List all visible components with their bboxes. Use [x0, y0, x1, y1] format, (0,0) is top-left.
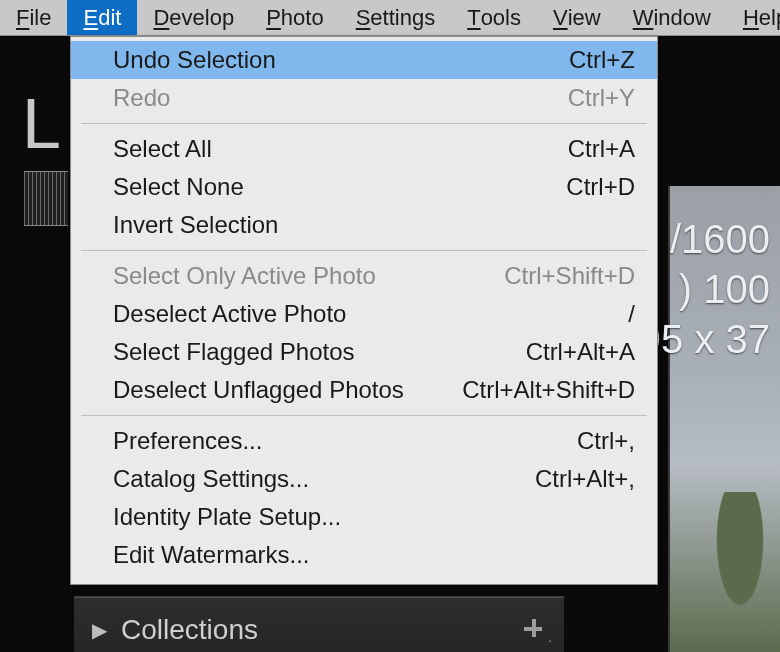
menu-item-shortcut: Ctrl+Shift+D: [504, 262, 635, 290]
menu-item-label: Undo Selection: [113, 46, 569, 74]
menu-item-catalog-settings[interactable]: Catalog Settings...Ctrl+Alt+,: [71, 460, 657, 498]
menu-help[interactable]: Help: [727, 0, 780, 35]
menu-item-shortcut: Ctrl+,: [577, 427, 635, 455]
app-title: L: [22, 84, 62, 164]
menubar: FileEditDevelopPhotoSettingsToolsViewWin…: [0, 0, 780, 36]
menu-item-select-only-active-photo: Select Only Active PhotoCtrl+Shift+D: [71, 257, 657, 295]
menu-file[interactable]: File: [0, 0, 67, 35]
left-panel: ▶ Collections .: [74, 596, 564, 652]
menu-item-deselect-unflagged-photos[interactable]: Deselect Unflagged PhotosCtrl+Alt+Shift+…: [71, 371, 657, 409]
image-metadata-overlay: /1600 ) 100 95 x 37: [639, 214, 770, 364]
menu-item-label: Edit Watermarks...: [113, 541, 635, 569]
menu-item-select-none[interactable]: Select NoneCtrl+D: [71, 168, 657, 206]
menu-item-shortcut: Ctrl+Alt+Shift+D: [462, 376, 635, 404]
menu-item-label: Select Only Active Photo: [113, 262, 504, 290]
menu-photo[interactable]: Photo: [250, 0, 340, 35]
menu-separator: [81, 123, 647, 124]
disclosure-triangle-icon: ▶: [92, 618, 107, 642]
menu-item-label: Select All: [113, 135, 568, 163]
menu-develop[interactable]: Develop: [137, 0, 250, 35]
metadata-dimensions: 95 x 37: [639, 314, 770, 364]
menu-separator: [81, 415, 647, 416]
menu-item-identity-plate-setup[interactable]: Identity Plate Setup...: [71, 498, 657, 536]
collections-label: Collections: [121, 614, 258, 646]
image-content: [700, 492, 780, 652]
menu-item-label: Select Flagged Photos: [113, 338, 526, 366]
menu-item-label: Invert Selection: [113, 211, 635, 239]
menu-item-shortcut: Ctrl+A: [568, 135, 635, 163]
menu-item-redo: RedoCtrl+Y: [71, 79, 657, 117]
menu-tools[interactable]: Tools: [451, 0, 537, 35]
menu-item-label: Identity Plate Setup...: [113, 503, 635, 531]
menu-item-shortcut: Ctrl+D: [566, 173, 635, 201]
menu-item-label: Catalog Settings...: [113, 465, 535, 493]
menu-separator: [81, 250, 647, 251]
edit-menu-dropdown: Undo SelectionCtrl+ZRedoCtrl+YSelect All…: [70, 36, 658, 585]
menu-item-invert-selection[interactable]: Invert Selection: [71, 206, 657, 244]
collections-panel-header[interactable]: ▶ Collections .: [74, 597, 564, 652]
menu-item-label: Preferences...: [113, 427, 577, 455]
metadata-shutter: /1600: [639, 214, 770, 264]
menu-item-label: Select None: [113, 173, 566, 201]
menu-item-shortcut: Ctrl+Alt+,: [535, 465, 635, 493]
menu-view[interactable]: View: [537, 0, 617, 35]
menu-item-label: Redo: [113, 84, 568, 112]
menu-item-deselect-active-photo[interactable]: Deselect Active Photo/: [71, 295, 657, 333]
menu-settings[interactable]: Settings: [340, 0, 452, 35]
menu-item-shortcut: Ctrl+Z: [569, 46, 635, 74]
menu-window[interactable]: Window: [617, 0, 727, 35]
menu-item-shortcut: Ctrl+Y: [568, 84, 635, 112]
menu-item-preferences[interactable]: Preferences...Ctrl+,: [71, 422, 657, 460]
menu-item-undo-selection[interactable]: Undo SelectionCtrl+Z: [71, 41, 657, 79]
add-collection-icon[interactable]: .: [524, 619, 546, 641]
menu-item-select-all[interactable]: Select AllCtrl+A: [71, 130, 657, 168]
filmstrip-thumb: [24, 171, 68, 226]
metadata-iso: ) 100: [639, 264, 770, 314]
menu-edit[interactable]: Edit: [67, 0, 137, 35]
menu-item-shortcut: /: [628, 300, 635, 328]
menu-item-label: Deselect Unflagged Photos: [113, 376, 462, 404]
menu-item-label: Deselect Active Photo: [113, 300, 628, 328]
menu-item-edit-watermarks[interactable]: Edit Watermarks...: [71, 536, 657, 574]
menu-item-select-flagged-photos[interactable]: Select Flagged PhotosCtrl+Alt+A: [71, 333, 657, 371]
menu-item-shortcut: Ctrl+Alt+A: [526, 338, 635, 366]
